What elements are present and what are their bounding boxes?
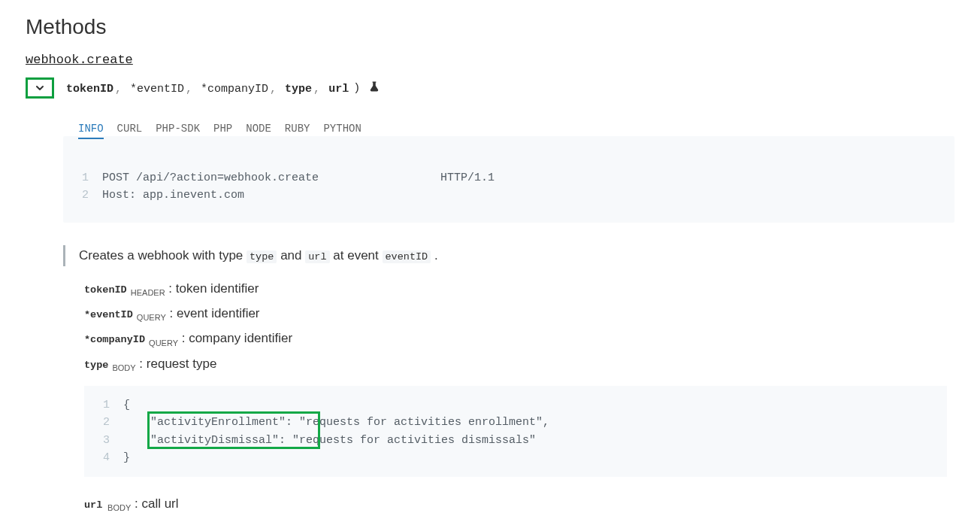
param-location: BODY	[110, 363, 135, 372]
param-location: BODY	[107, 503, 131, 512]
desc-text: at event	[333, 248, 382, 263]
param-name: type	[84, 360, 108, 371]
param-location: HEADER	[129, 288, 165, 297]
desc-text: .	[434, 248, 438, 263]
param-name: url	[84, 499, 102, 511]
tab-python[interactable]: PYTHON	[323, 123, 361, 139]
param-name: tokenID	[84, 284, 127, 296]
tab-php[interactable]: PHP	[213, 123, 232, 139]
signature-param: url	[328, 83, 349, 96]
code-line: 2 "activityEnrollment": "requests for ac…	[98, 414, 933, 431]
param-row: *eventID QUERY : event identifier	[84, 306, 954, 322]
param-desc: : call url	[135, 496, 179, 511]
param-desc: : event identifier	[166, 306, 260, 320]
param-desc: : company identifier	[178, 331, 292, 345]
tab-ruby[interactable]: RUBY	[285, 123, 310, 139]
signature-separator: ,	[313, 83, 327, 96]
param-desc: : request type	[136, 357, 217, 371]
param-row: tokenID HEADER : token identifier	[84, 281, 954, 297]
signature-param: type	[285, 83, 312, 96]
desc-text: Creates a webhook with type	[79, 248, 247, 263]
signature-separator: ,	[115, 83, 129, 96]
param-row: type BODY : request type	[84, 357, 954, 372]
signature-separator: ,	[186, 83, 199, 96]
param-row: *companyID QUERY : company identifier	[84, 331, 954, 347]
http-code-block: 1POST /api/?action=webhook.create HTTP/1…	[63, 136, 954, 223]
param-location: QUERY	[147, 338, 178, 347]
signature-separator: ,	[270, 83, 283, 96]
signature-param: *eventID	[130, 83, 184, 96]
code-line: 2Host: app.inevent.com	[77, 187, 941, 204]
param-name: *companyID	[84, 334, 145, 345]
tab-curl[interactable]: CURL	[117, 123, 143, 139]
code-line: 4}	[98, 449, 933, 466]
signature-param: tokenID	[66, 83, 113, 96]
desc-text: and	[280, 248, 305, 263]
json-example-block: 1{2 "activityEnrollment": "requests for …	[84, 386, 947, 477]
inline-code-type: type	[247, 250, 277, 263]
tab-info[interactable]: INFO	[78, 123, 104, 139]
param-name: *eventID	[84, 309, 133, 320]
method-signature: tokenID, *eventID, *companyID, type, url…	[26, 77, 954, 99]
method-link-webhook-create[interactable]: webhook.create	[26, 53, 133, 67]
signature-closing: )	[353, 82, 360, 95]
method-description: Creates a webhook with type type and url…	[63, 245, 954, 266]
inline-code-url: url	[305, 250, 329, 263]
flask-icon	[369, 81, 380, 95]
param-desc: : token identifier	[165, 281, 259, 296]
code-line: 1POST /api/?action=webhook.create HTTP/1…	[77, 169, 941, 187]
param-row: url BODY : call url	[84, 496, 954, 512]
signature-param: *companyID	[201, 83, 268, 96]
code-line: 1{	[98, 396, 933, 414]
chevron-down-icon	[34, 82, 46, 94]
toggle-expand-button[interactable]	[26, 77, 54, 99]
inline-code-eventid: eventID	[383, 250, 431, 263]
methods-heading: Methods	[26, 15, 954, 39]
tab-node[interactable]: NODE	[246, 123, 271, 139]
code-line: 3 "activityDismissal": "requests for act…	[98, 432, 933, 449]
tab-php-sdk[interactable]: PHP-SDK	[156, 123, 200, 139]
param-location: QUERY	[135, 313, 166, 322]
